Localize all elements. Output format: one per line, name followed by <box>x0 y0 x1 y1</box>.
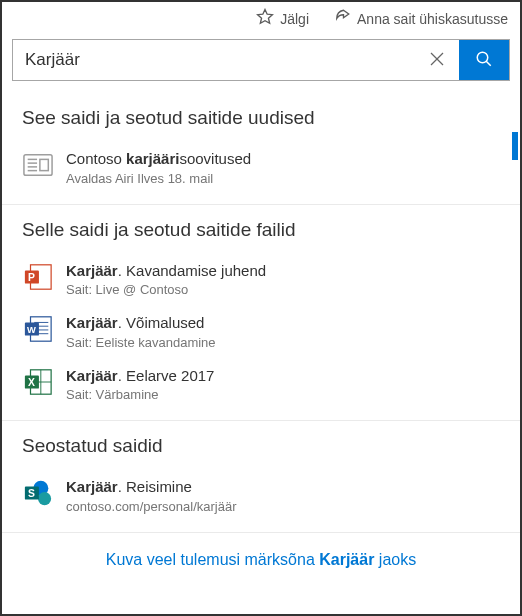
result-title: Contoso karjäärisoovitused <box>66 149 504 169</box>
section-sites: Seostatud saidid S Karjäär. Reisimine co… <box>2 421 520 533</box>
svg-rect-9 <box>40 159 48 170</box>
svg-point-26 <box>38 492 51 505</box>
result-sub: Avaldas Airi Ilves 18. mail <box>66 171 504 186</box>
word-icon: W <box>22 313 54 345</box>
result-sub: Sait: Eeliste kavandamine <box>66 335 504 350</box>
result-sub: Sait: Live @ Contoso <box>66 282 504 297</box>
sharepoint-icon: S <box>22 477 54 509</box>
share-label: Anna sait ühiskasutusse <box>357 11 508 27</box>
file-item[interactable]: X Karjäär. Eelarve 2017 Sait: Värbamine <box>22 358 504 411</box>
svg-text:P: P <box>28 271 35 282</box>
site-item[interactable]: S Karjäär. Reisimine contoso.com/persona… <box>22 469 504 522</box>
news-icon <box>22 149 54 181</box>
news-item[interactable]: Contoso karjäärisoovitused Avaldas Airi … <box>22 141 504 194</box>
close-icon <box>429 51 445 70</box>
svg-line-3 <box>486 61 491 66</box>
clear-button[interactable] <box>415 40 459 80</box>
file-item[interactable]: P Karjäär. Kavandamise juhend Sait: Live… <box>22 253 504 306</box>
result-title: Karjäär. Võimalused <box>66 313 504 333</box>
section-files: Selle saidi ja seotud saitide failid P K… <box>2 205 520 422</box>
search-button[interactable] <box>459 40 509 80</box>
follow-label: Jälgi <box>280 11 309 27</box>
show-more-link[interactable]: Kuva veel tulemusi märksõna Karjäär jaok… <box>2 533 520 583</box>
search-bar <box>12 39 510 81</box>
star-icon <box>256 8 274 29</box>
powerpoint-icon: P <box>22 261 54 293</box>
section-title-news: See saidi ja seotud saitide uudised <box>22 107 504 129</box>
result-sub: Sait: Värbamine <box>66 387 504 402</box>
scroll-indicator <box>512 132 518 160</box>
svg-text:X: X <box>28 376 35 387</box>
share-icon <box>333 8 351 29</box>
svg-text:W: W <box>27 325 36 335</box>
search-icon <box>475 50 493 71</box>
file-item[interactable]: W Karjäär. Võimalused Sait: Eeliste kava… <box>22 305 504 358</box>
result-title: Karjäär. Eelarve 2017 <box>66 366 504 386</box>
svg-point-2 <box>477 52 488 63</box>
result-sub: contoso.com/personal/karjäär <box>66 499 504 514</box>
excel-icon: X <box>22 366 54 398</box>
follow-action[interactable]: Jälgi <box>256 8 309 29</box>
search-input[interactable] <box>13 40 415 80</box>
share-action[interactable]: Anna sait ühiskasutusse <box>333 8 508 29</box>
section-news: See saidi ja seotud saitide uudised Cont… <box>2 93 520 205</box>
section-title-files: Selle saidi ja seotud saitide failid <box>22 219 504 241</box>
result-title: Karjäär. Reisimine <box>66 477 504 497</box>
section-title-sites: Seostatud saidid <box>22 435 504 457</box>
svg-text:S: S <box>28 488 35 499</box>
result-title: Karjäär. Kavandamise juhend <box>66 261 504 281</box>
